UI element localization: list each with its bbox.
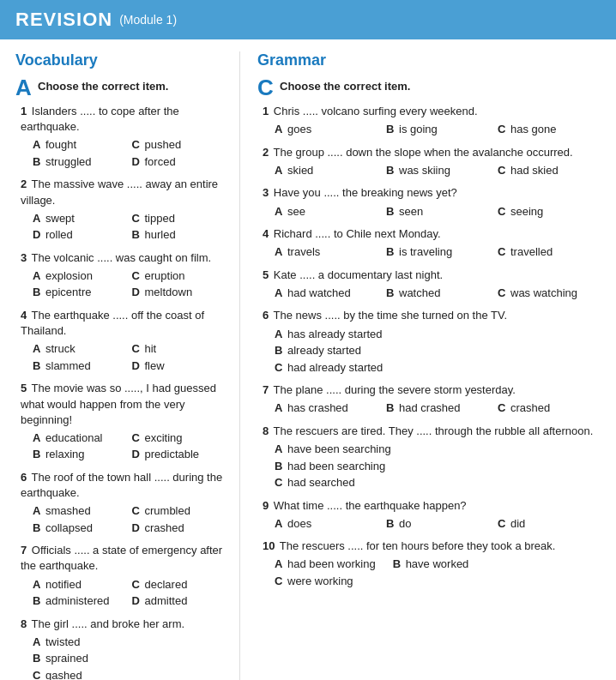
option: C did bbox=[498, 515, 601, 533]
option: A skied bbox=[275, 162, 377, 179]
vocab-question-item: 8 The girl ..... and broke her arm.A twi… bbox=[21, 617, 231, 680]
options-row: A goesB is goingC has gone bbox=[263, 121, 601, 138]
vocab-question-item: 6 The roof of the town hall ..... during… bbox=[21, 470, 231, 536]
vocab-question-item: 2 The massive wave ..... away an entire … bbox=[21, 177, 231, 243]
options-row: A smashedC crumbledB collapsedD crashed bbox=[21, 502, 231, 536]
question-number: 2 bbox=[263, 146, 269, 159]
vocab-question-item: 1 Islanders ..... to cope after the eart… bbox=[21, 104, 231, 170]
opt-letter: B bbox=[33, 155, 40, 168]
option: A notified bbox=[33, 576, 132, 593]
opt-letter: B bbox=[386, 245, 394, 258]
option: B had crashed bbox=[386, 400, 489, 417]
opt-letter: A bbox=[275, 401, 282, 414]
question-text: 6 The roof of the town hall ..... during… bbox=[21, 470, 231, 501]
opt-letter: C bbox=[275, 575, 282, 587]
opt-letter: B bbox=[386, 286, 394, 299]
grammar-big-letter: C bbox=[257, 76, 275, 99]
option: C eruption bbox=[132, 268, 232, 285]
vocab-question-item: 7 Officials ..... a state of emergency a… bbox=[21, 543, 231, 609]
options-row: A seeB seenC seeing bbox=[263, 203, 601, 220]
opt-letter: D bbox=[132, 521, 140, 534]
option: B epicentre bbox=[33, 284, 132, 301]
opt-letter: C bbox=[275, 476, 282, 489]
option: C were working bbox=[275, 573, 601, 590]
grammar-section: Grammar C Choose the correct item. 1 Chr… bbox=[249, 51, 601, 680]
option: D admitted bbox=[132, 593, 232, 610]
opt-letter: A bbox=[275, 517, 282, 530]
opt-letter: B bbox=[393, 557, 401, 570]
opt-letter: C bbox=[498, 517, 505, 530]
opt-letter: D bbox=[33, 228, 40, 241]
option: A had watched bbox=[275, 285, 377, 302]
question-text: 5 Kate ..... a documentary last night. bbox=[263, 268, 601, 283]
grammar-question-item: 5 Kate ..... a documentary last night.A … bbox=[263, 268, 601, 302]
option: A fought bbox=[33, 136, 132, 153]
question-text: 3 Have you ..... the breaking news yet? bbox=[263, 185, 601, 201]
grammar-instruction: Choose the correct item. bbox=[280, 76, 410, 93]
opt-letter: A bbox=[33, 578, 40, 591]
option: A educational bbox=[33, 430, 132, 447]
option: A see bbox=[275, 203, 377, 220]
options-row: A twistedB sprainedC gashedD slipped bbox=[21, 634, 231, 680]
opt-letter: B bbox=[33, 594, 40, 607]
option: B have worked bbox=[393, 556, 469, 573]
grammar-questions-list: 1 Chris ..... volcano surfing every week… bbox=[263, 104, 601, 589]
option: A explosion bbox=[33, 268, 132, 285]
question-text: 10 The rescuers ..... for ten hours befo… bbox=[263, 539, 601, 554]
opt-letter: B bbox=[33, 286, 40, 298]
header: REVISION (Module 1) bbox=[0, 0, 616, 39]
question-number: 9 bbox=[263, 499, 269, 512]
options-row: A sweptC tippedD rolledB hurled bbox=[21, 210, 231, 244]
header-title: REVISION bbox=[15, 9, 112, 31]
options-row: A had been workingB have workedC were wo… bbox=[263, 556, 601, 589]
opt-letter: B bbox=[33, 448, 40, 460]
option: B is traveling bbox=[386, 244, 489, 261]
option: A travels bbox=[275, 244, 377, 261]
question-text: 4 Richard ..... to Chile next Monday. bbox=[263, 226, 601, 242]
question-text: 6 The news ..... by the time she turned … bbox=[263, 308, 601, 323]
opt-letter: D bbox=[132, 594, 140, 607]
question-number: 8 bbox=[21, 617, 27, 630]
opt-letter: B bbox=[33, 359, 40, 372]
option: A struck bbox=[33, 340, 132, 358]
question-text: 4 The earthquake ..... off the coast of … bbox=[21, 308, 231, 339]
options-row: A travelsB is travelingC travelled bbox=[263, 244, 601, 261]
opt-letter: C bbox=[132, 212, 140, 225]
opt-letter: A bbox=[275, 205, 282, 218]
vocab-question-item: 4 The earthquake ..... off the coast of … bbox=[21, 308, 231, 374]
options-row: A has crashedB had crashedC crashed bbox=[263, 400, 601, 417]
option: C had searched bbox=[275, 474, 601, 491]
option: A has already started bbox=[275, 326, 601, 343]
question-text: 3 The volcanic ..... was caught on film. bbox=[21, 250, 231, 266]
opt-letter: A bbox=[33, 635, 40, 648]
vocab-instruction: Choose the correct item. bbox=[38, 76, 168, 93]
question-text: 7 The plane ..... during the severe stor… bbox=[263, 382, 601, 398]
opt-letter: C bbox=[33, 669, 40, 680]
question-text: 9 What time ..... the earthquake happen? bbox=[263, 498, 601, 514]
grammar-question-item: 10 The rescuers ..... for ten hours befo… bbox=[263, 539, 601, 589]
opt-letter: C bbox=[498, 245, 505, 258]
opt-letter: C bbox=[132, 431, 140, 444]
options-row: A educationalC excitingB relaxingD predi… bbox=[21, 430, 231, 463]
opt-letter: B bbox=[132, 228, 140, 241]
option: C has gone bbox=[498, 121, 601, 138]
opt-letter: A bbox=[33, 212, 40, 225]
question-text: 2 The group ..... down the slope when th… bbox=[263, 145, 601, 160]
option: C seeing bbox=[498, 203, 601, 220]
opt-letter: A bbox=[275, 328, 282, 340]
grammar-question-item: 4 Richard ..... to Chile next Monday.A t… bbox=[263, 226, 601, 261]
option: B relaxing bbox=[33, 446, 132, 463]
option: A smashed bbox=[33, 502, 132, 520]
vocab-question-item: 3 The volcanic ..... was caught on film.… bbox=[21, 250, 231, 301]
question-number: 2 bbox=[21, 178, 27, 190]
option: B had been searching bbox=[275, 458, 601, 475]
option: A swept bbox=[33, 210, 132, 227]
opt-letter: C bbox=[275, 361, 282, 374]
option: C travelled bbox=[498, 244, 601, 261]
opt-letter: D bbox=[132, 286, 140, 298]
option: D meltdown bbox=[132, 284, 232, 301]
vocab-big-letter: A bbox=[15, 76, 33, 99]
vocabulary-section: Vocabulary A Choose the correct item. 1 … bbox=[15, 51, 240, 680]
options-row: A had watchedB watchedC was watching bbox=[263, 285, 601, 302]
grammar-title: Grammar bbox=[257, 51, 601, 69]
